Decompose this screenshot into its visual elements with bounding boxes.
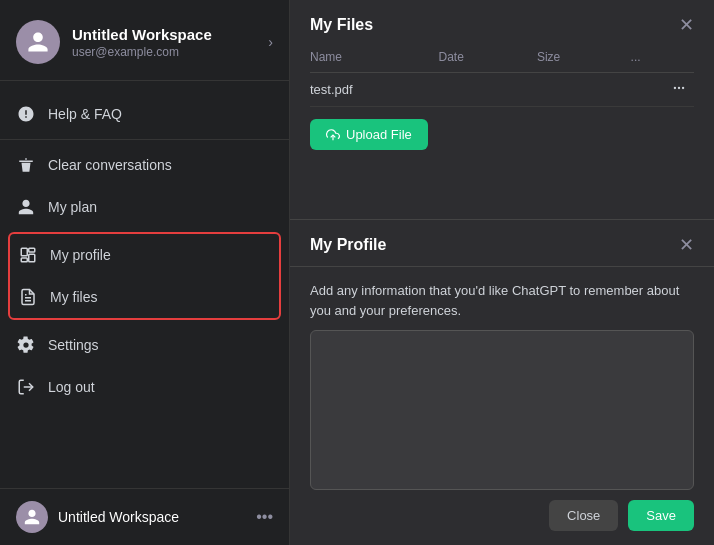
files-label: My files: [50, 289, 97, 305]
file-size: [529, 73, 623, 107]
highlighted-group: My profile My files: [8, 232, 281, 320]
col-size: Size: [529, 46, 623, 73]
sidebar: Untitled Workspace user@example.com › He…: [0, 0, 290, 545]
upload-file-button[interactable]: Upload File: [310, 119, 428, 150]
profile-close-x-button[interactable]: ✕: [679, 236, 694, 254]
logout-icon: [16, 377, 36, 397]
sidebar-item-help[interactable]: Help & FAQ: [0, 93, 289, 135]
col-more: ...: [623, 46, 694, 73]
sidebar-footer[interactable]: Untitled Workspace •••: [0, 488, 289, 545]
main-content: My Files ✕ Name Date Size ... test.pdf: [290, 0, 714, 545]
close-button[interactable]: Close: [549, 500, 618, 531]
settings-icon: [16, 335, 36, 355]
avatar-icon: [26, 30, 50, 54]
clear-label: Clear conversations: [48, 157, 172, 173]
profile-panel: My Profile ✕ Add any information that yo…: [290, 220, 714, 545]
files-panel-header: My Files ✕: [290, 0, 714, 46]
sidebar-divider: [0, 80, 289, 81]
files-table-wrapper: Name Date Size ... test.pdf: [290, 46, 714, 107]
profile-panel-header: My Profile ✕: [290, 220, 714, 267]
profile-label: My profile: [50, 247, 111, 263]
workspace-email: user@example.com: [72, 45, 256, 59]
sidebar-header: Untitled Workspace user@example.com ›: [0, 0, 289, 76]
sidebar-item-settings[interactable]: Settings: [0, 324, 289, 366]
files-close-button[interactable]: ✕: [679, 16, 694, 34]
footer-more-icon[interactable]: •••: [256, 508, 273, 526]
sidebar-item-plan[interactable]: My plan: [0, 186, 289, 228]
footer-workspace-name: Untitled Workspace: [58, 509, 246, 525]
profile-icon: [18, 245, 38, 265]
svg-point-8: [682, 87, 684, 89]
file-actions[interactable]: [623, 73, 694, 107]
svg-point-7: [678, 87, 680, 89]
files-panel-title: My Files: [310, 16, 373, 34]
upload-button-label: Upload File: [346, 127, 412, 142]
svg-rect-2: [29, 254, 35, 262]
profile-footer: Close Save: [290, 500, 714, 545]
sidebar-item-logout[interactable]: Log out: [0, 366, 289, 408]
svg-rect-0: [21, 248, 27, 256]
person-icon: [16, 197, 36, 217]
sidebar-menu: Help & FAQ Clear conversations My plan: [0, 85, 289, 488]
save-button[interactable]: Save: [628, 500, 694, 531]
divider1: [0, 139, 289, 140]
svg-rect-1: [29, 248, 35, 252]
plan-label: My plan: [48, 199, 97, 215]
file-name: test.pdf: [310, 73, 431, 107]
help-icon: [16, 104, 36, 124]
svg-point-9: [674, 87, 676, 89]
upload-icon: [326, 128, 340, 142]
sidebar-item-files[interactable]: My files: [10, 276, 279, 318]
files-table: Name Date Size ... test.pdf: [310, 46, 694, 107]
files-icon: [18, 287, 38, 307]
footer-avatar-icon: [23, 508, 41, 526]
trash-icon: [16, 155, 36, 175]
files-panel: My Files ✕ Name Date Size ... test.pdf: [290, 0, 714, 220]
sidebar-item-clear[interactable]: Clear conversations: [0, 144, 289, 186]
avatar: [16, 20, 60, 64]
col-date: Date: [431, 46, 529, 73]
chevron-right-icon: ›: [268, 34, 273, 50]
col-name: Name: [310, 46, 431, 73]
profile-panel-title: My Profile: [310, 236, 386, 254]
footer-avatar: [16, 501, 48, 533]
help-label: Help & FAQ: [48, 106, 122, 122]
sidebar-item-profile[interactable]: My profile: [10, 234, 279, 276]
profile-description: Add any information that you'd like Chat…: [290, 267, 714, 330]
workspace-info: Untitled Workspace user@example.com: [72, 26, 256, 59]
logout-label: Log out: [48, 379, 95, 395]
file-date: [431, 73, 529, 107]
svg-rect-3: [21, 258, 27, 262]
profile-textarea[interactable]: [310, 330, 694, 490]
table-row: test.pdf: [310, 73, 694, 107]
file-action-icon: [672, 81, 686, 95]
workspace-name: Untitled Workspace: [72, 26, 256, 43]
settings-label: Settings: [48, 337, 99, 353]
